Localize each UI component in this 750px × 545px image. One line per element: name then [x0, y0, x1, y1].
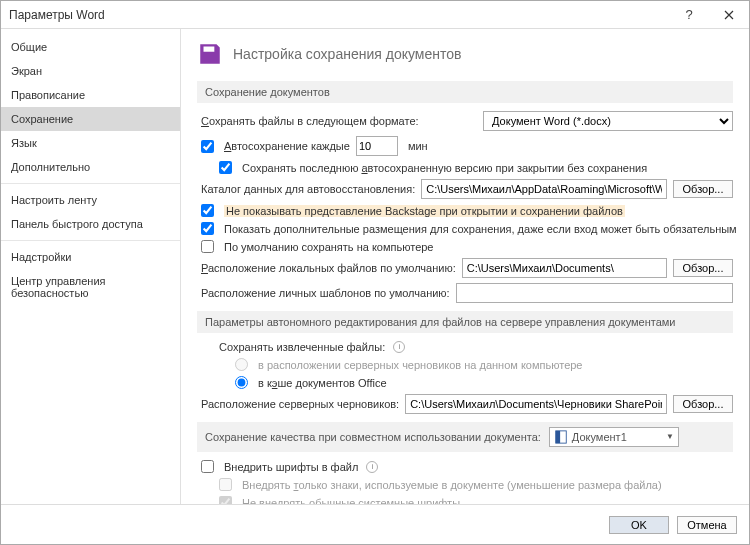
- embed-used-chars-checkbox: [219, 478, 232, 491]
- sidebar-item-general[interactable]: Общие: [1, 35, 180, 59]
- default-save-computer-checkbox[interactable]: [201, 240, 214, 253]
- office-cache-label: в кэше документов Office: [258, 377, 387, 389]
- sidebar-item-trust-center[interactable]: Центр управления безопасностью: [1, 269, 180, 305]
- sidebar-item-proofing[interactable]: Правописание: [1, 83, 180, 107]
- default-local-path-label: Расположение локальных файлов по умолчан…: [201, 262, 456, 274]
- sidebar-separator: [1, 183, 180, 184]
- help-button[interactable]: ?: [669, 1, 709, 29]
- personal-templates-input[interactable]: [456, 283, 733, 303]
- main-panel: Настройка сохранения документов Сохранен…: [181, 29, 749, 504]
- sidebar-item-addins[interactable]: Надстройки: [1, 245, 180, 269]
- preserve-fidelity-label: Сохранение качества при совместном испол…: [205, 431, 541, 443]
- keep-last-autosave-label: Сохранять последнюю автосохраненную верс…: [242, 162, 647, 174]
- save-format-select[interactable]: Документ Word (*.docx): [483, 111, 733, 131]
- no-system-fonts-label: Не внедрять обычные системные шрифты: [242, 497, 460, 505]
- default-local-path-input[interactable]: [462, 258, 667, 278]
- embed-fonts-checkbox[interactable]: [201, 460, 214, 473]
- show-places-checkbox[interactable]: [201, 222, 214, 235]
- fidelity-target-select[interactable]: Документ1 ▼: [549, 427, 679, 447]
- section-preserve-fidelity: Сохранение качества при совместном испол…: [197, 422, 733, 452]
- options-window: Параметры Word ? Общие Экран Правописани…: [0, 0, 750, 545]
- panel-header: Настройка сохранения документов: [197, 41, 733, 67]
- default-local-browse-button[interactable]: Обзор...: [673, 259, 733, 277]
- titlebar: Параметры Word ?: [1, 1, 749, 29]
- sidebar-item-language[interactable]: Язык: [1, 131, 180, 155]
- svg-rect-2: [556, 431, 560, 443]
- autosave-minutes-input[interactable]: [356, 136, 398, 156]
- word-doc-icon: [554, 430, 568, 444]
- keep-last-autosave-checkbox[interactable]: [219, 161, 232, 174]
- server-drafts-path-label: Расположение серверных черновиков:: [201, 398, 399, 410]
- autorecover-path-input[interactable]: [421, 179, 667, 199]
- cancel-button[interactable]: Отмена: [677, 516, 737, 534]
- server-drafts-browse-button[interactable]: Обзор...: [673, 395, 733, 413]
- close-button[interactable]: [709, 1, 749, 29]
- personal-templates-label: Расположение личных шаблонов по умолчани…: [201, 287, 450, 299]
- chevron-down-icon: ▼: [666, 432, 674, 441]
- section-offline-editing: Параметры автономного редактирования для…: [197, 311, 733, 333]
- close-icon: [724, 10, 734, 20]
- info-icon[interactable]: i: [366, 461, 378, 473]
- sidebar-item-display[interactable]: Экран: [1, 59, 180, 83]
- category-sidebar: Общие Экран Правописание Сохранение Язык…: [1, 29, 181, 504]
- server-drafts-label: в расположении серверных черновиков на д…: [258, 359, 582, 371]
- info-icon[interactable]: i: [393, 341, 405, 353]
- autosave-checkbox[interactable]: [201, 140, 214, 153]
- show-places-label: Показать дополнительные размещения для с…: [224, 223, 737, 235]
- svg-rect-0: [211, 48, 213, 51]
- autorecover-path-label: Каталог данных для автовосстановления:: [201, 183, 415, 195]
- dialog-footer: OK Отмена: [1, 504, 749, 544]
- save-extracted-label: Сохранять извлеченные файлы:: [219, 341, 385, 353]
- default-save-computer-label: По умолчанию сохранять на компьютере: [224, 241, 433, 253]
- no-system-fonts-checkbox: [219, 496, 232, 504]
- panel-title: Настройка сохранения документов: [233, 46, 461, 62]
- no-backstage-checkbox[interactable]: [201, 204, 214, 217]
- sidebar-item-advanced[interactable]: Дополнительно: [1, 155, 180, 179]
- no-backstage-label: Не показывать представление Backstage пр…: [224, 205, 625, 217]
- autorecover-browse-button[interactable]: Обзор...: [673, 180, 733, 198]
- sidebar-item-customize-ribbon[interactable]: Настроить ленту: [1, 188, 180, 212]
- office-cache-radio[interactable]: [235, 376, 248, 389]
- save-icon: [197, 41, 223, 67]
- dialog-body: Общие Экран Правописание Сохранение Язык…: [1, 29, 749, 504]
- server-drafts-radio: [235, 358, 248, 371]
- autosave-label: Автосохранение каждые: [224, 140, 350, 152]
- autosave-unit: мин: [408, 140, 428, 152]
- section-save-documents: Сохранение документов: [197, 81, 733, 103]
- embed-used-chars-label: Внедрять только знаки, используемые в до…: [242, 479, 662, 491]
- server-drafts-path-input[interactable]: [405, 394, 667, 414]
- save-format-label: Сохранять файлы в следующем формате:: [201, 115, 419, 127]
- window-title: Параметры Word: [9, 8, 669, 22]
- sidebar-separator: [1, 240, 180, 241]
- ok-button[interactable]: OK: [609, 516, 669, 534]
- sidebar-item-save[interactable]: Сохранение: [1, 107, 180, 131]
- sidebar-item-qat[interactable]: Панель быстрого доступа: [1, 212, 180, 236]
- embed-fonts-label: Внедрить шрифты в файл: [224, 461, 358, 473]
